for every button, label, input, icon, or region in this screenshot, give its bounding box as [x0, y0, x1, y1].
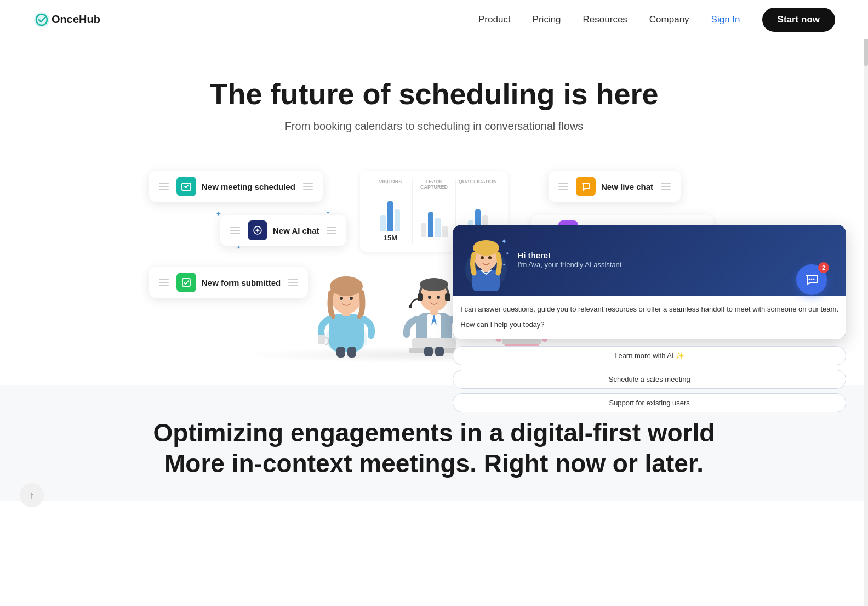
svg-point-30	[428, 296, 431, 299]
card-handle-meeting	[159, 183, 169, 190]
bar-l4	[442, 226, 448, 237]
svg-point-16	[330, 276, 363, 296]
ava-avatar: ✦ ✦ ✦	[461, 230, 511, 291]
form-icon	[176, 273, 196, 292]
svg-point-18	[350, 297, 353, 300]
chat-header: ✦ ✦ ✦ Hi there! I'm Ava, your friendly A…	[453, 225, 846, 296]
svg-rect-19	[318, 335, 326, 344]
svg-rect-50	[472, 270, 500, 291]
svg-rect-13	[329, 314, 364, 352]
chat-question: How can I help you today?	[460, 319, 838, 330]
bottom-title-line1: Optimizing engagements in a digital-firs…	[33, 418, 835, 448]
col-label-qual: QUALIFICATION	[456, 179, 499, 184]
svg-point-29	[409, 305, 412, 308]
chat-name: I'm Ava, your friendly AI assistant	[517, 260, 621, 270]
chat-option-learn[interactable]: Learn more with AI ✨	[453, 346, 846, 365]
card-livechat: New live chat	[549, 171, 681, 202]
card-meeting: New meeting scheduled	[149, 171, 323, 202]
bar-v1	[380, 215, 386, 231]
meeting-icon	[176, 177, 196, 196]
chat-header-text: Hi there! I'm Ava, your friendly AI assi…	[511, 251, 621, 270]
bottom-title-line2: More in-context meetings. Right now or l…	[33, 449, 835, 479]
card-form-label: New form submitted	[202, 278, 281, 287]
svg-point-54	[481, 256, 484, 259]
nav-resources[interactable]: Resources	[583, 14, 627, 25]
nav-signin[interactable]: Sign In	[711, 14, 740, 25]
chat-option-schedule[interactable]: Schedule a sales meeting	[453, 370, 846, 389]
svg-text:✦: ✦	[502, 263, 506, 267]
chat-toggle-icon	[804, 273, 819, 287]
svg-point-61	[813, 278, 815, 280]
chat-badge: 2	[818, 262, 829, 273]
svg-point-31	[437, 296, 440, 299]
bar-l1	[421, 223, 426, 237]
card-handle-ai	[230, 227, 240, 234]
start-button[interactable]: Start now	[762, 8, 835, 32]
chat-option-support[interactable]: Support for existing users	[453, 393, 846, 412]
nav-pricing[interactable]: Pricing	[533, 14, 561, 25]
logo[interactable]: OnceHub	[33, 9, 121, 31]
svg-point-60	[811, 278, 813, 280]
chat-bubble: ✦ ✦ ✦ Hi there! I'm Ava, your friendly A…	[453, 225, 846, 339]
character-1	[302, 248, 390, 358]
livechat-icon	[576, 177, 596, 196]
nav-product[interactable]: Product	[478, 14, 511, 25]
card-handle-livechat	[558, 183, 568, 190]
svg-point-17	[340, 297, 343, 300]
svg-text:✦: ✦	[501, 237, 507, 246]
chat-widget-container: ✦ ✦ ✦ Hi there! I'm Ava, your friendly A…	[453, 225, 846, 412]
chat-options: Learn more with AI ✨ Schedule a sales me…	[453, 346, 846, 412]
hero-title: The future of scheduling is here	[33, 78, 835, 110]
card-meeting-label: New meeting scheduled	[202, 182, 295, 191]
chat-body: I can answer questions, guide you to rel…	[453, 296, 846, 339]
nav-company[interactable]: Company	[649, 14, 689, 25]
svg-text:OnceHub: OnceHub	[52, 13, 100, 25]
svg-rect-35	[435, 347, 444, 356]
card-dots-meeting	[303, 183, 313, 190]
card-dots-livechat	[661, 183, 671, 190]
svg-rect-34	[424, 347, 433, 356]
chart-col-leads: LEADS CAPTURED	[413, 179, 456, 244]
svg-rect-33	[412, 338, 456, 348]
bar-l3	[435, 218, 441, 237]
svg-rect-21	[347, 347, 356, 358]
card-dots-ai	[327, 227, 336, 234]
col-label-visitors: VISITORS	[369, 179, 412, 184]
svg-rect-32	[409, 348, 459, 353]
chart-col-visitors: VISITORS 15M	[369, 179, 413, 244]
bar-visitors	[369, 188, 412, 231]
chat-body-text: I can answer questions, guide you to rel…	[460, 304, 838, 315]
svg-rect-28	[445, 293, 450, 301]
scroll-up-button[interactable]: ↑	[20, 483, 44, 507]
card-livechat-label: New live chat	[601, 182, 653, 191]
logo-svg: OnceHub	[33, 9, 121, 31]
bar-v3	[395, 209, 400, 231]
svg-point-53	[473, 240, 499, 256]
card-handle-form	[159, 279, 169, 286]
bar-v2	[387, 201, 393, 231]
chat-toggle-button[interactable]: 2	[796, 264, 827, 295]
ai-icon	[248, 220, 267, 240]
navbar: OnceHub Product Pricing Resources Compan…	[0, 0, 868, 39]
svg-rect-27	[418, 293, 423, 301]
svg-point-59	[809, 278, 810, 280]
nav-links: Product Pricing Resources Company Sign I…	[478, 8, 835, 32]
bar-leads	[413, 193, 456, 237]
svg-point-55	[488, 256, 492, 259]
svg-point-5	[256, 229, 259, 231]
card-ai-label: New AI chat	[273, 226, 319, 235]
col-label-leads: LEADS CAPTURED	[413, 179, 456, 190]
svg-text:✦: ✦	[505, 251, 510, 256]
bar-l2	[428, 212, 433, 237]
hero-subtitle: From booking calendars to scheduling in …	[33, 120, 835, 133]
card-form: New form submitted	[149, 267, 308, 298]
svg-rect-20	[336, 347, 345, 358]
chat-greeting: Hi there!	[517, 251, 621, 260]
